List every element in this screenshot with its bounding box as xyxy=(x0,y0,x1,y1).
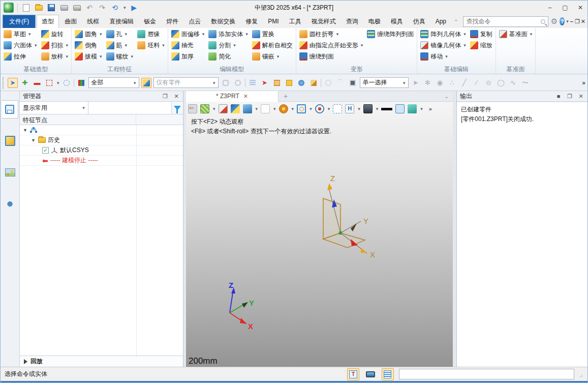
dropdown-arrow-icon[interactable]: ▾ xyxy=(463,43,466,48)
tab-simulation[interactable]: 仿真 xyxy=(409,15,430,28)
search-icon[interactable] xyxy=(541,19,545,24)
dropdown-arrow-icon[interactable]: ▾ xyxy=(420,106,423,111)
rib-button[interactable]: 筋▾ xyxy=(104,40,136,51)
close-button[interactable]: ✕ xyxy=(576,4,584,11)
dropdown-arrow-icon[interactable]: ▾ xyxy=(357,106,360,111)
document-tab[interactable]: * Z3PRT ✕ xyxy=(186,91,278,102)
dropdown-arrow-icon[interactable]: ▾ xyxy=(28,32,31,37)
model-stop-row[interactable]: ⬅ ----- 建模停止 ----- xyxy=(20,156,183,166)
tab-mold[interactable]: 模具 xyxy=(386,15,408,28)
add-to-selection-button[interactable]: ✚ xyxy=(20,78,30,88)
print-button[interactable] xyxy=(59,3,69,12)
new-file-button[interactable] xyxy=(21,3,30,12)
line-width-button[interactable] xyxy=(381,108,392,110)
display-monitor-button[interactable] xyxy=(363,104,373,113)
dropdown-arrow-icon[interactable]: ▾ xyxy=(445,54,448,59)
tab-close-icon[interactable]: ✕ xyxy=(243,93,248,100)
extrude-button[interactable]: 拉伸 xyxy=(2,51,39,62)
collapse-ribbon-icon[interactable]: ⌃ xyxy=(452,19,460,24)
checkbox-checked-icon[interactable]: ✓ xyxy=(42,147,49,154)
dropdown-arrow-icon[interactable]: ▾ xyxy=(245,32,248,37)
wrap-to-face-button[interactable]: 缠绕到面 xyxy=(297,51,365,62)
dropdown-arrow-icon[interactable]: ▾ xyxy=(99,32,102,37)
pick-settings-button[interactable]: ✻ xyxy=(423,78,433,88)
prompt-panel-toggle[interactable] xyxy=(347,368,359,380)
save-button[interactable] xyxy=(47,3,56,12)
tab-pmi[interactable]: PMI xyxy=(263,16,283,27)
dropdown-arrow-icon[interactable]: ▾ xyxy=(276,54,280,59)
dropdown-arrow-icon[interactable]: ▾ xyxy=(233,43,236,48)
dropdown-arrow-icon[interactable]: ▾ xyxy=(273,106,276,111)
lasso-select-button[interactable] xyxy=(61,78,72,88)
expand-icon[interactable]: ▼ xyxy=(23,128,28,133)
dropdown-arrow-icon[interactable]: ▾ xyxy=(66,54,69,59)
eraser-button[interactable] xyxy=(219,104,228,113)
new-tab-button[interactable]: + xyxy=(278,92,293,100)
curve-snap-button[interactable]: 〜 xyxy=(520,78,531,88)
role-manager-tab[interactable]: ☻ xyxy=(2,195,18,213)
dropdown-arrow-icon[interactable]: ▾ xyxy=(327,106,330,111)
locate-target-button[interactable] xyxy=(315,104,324,113)
frame-mode-button[interactable] xyxy=(348,78,358,88)
command-search-input[interactable] xyxy=(466,18,539,25)
circle-center-snap-button[interactable]: ⊙ xyxy=(484,78,494,88)
sweep-button[interactable]: 扫掠▾ xyxy=(39,40,71,51)
tab-point-cloud[interactable]: 点云 xyxy=(184,15,205,28)
fullscreen-toggle[interactable] xyxy=(364,368,377,380)
fillet-button[interactable]: 圆角▾ xyxy=(73,28,104,40)
dropdown-arrow-icon[interactable]: ▾ xyxy=(34,43,37,48)
quickbar-dropdown-icon[interactable]: ▾ xyxy=(123,5,126,10)
part-filter-select[interactable]: 仅有零件▾ xyxy=(153,77,219,88)
dropdown-arrow-icon[interactable]: ▾ xyxy=(202,32,205,37)
output-float-button[interactable]: ❐ xyxy=(566,93,573,100)
dropdown-arrow-icon[interactable]: ▾ xyxy=(255,106,258,111)
output-close-button[interactable]: ✕ xyxy=(577,93,584,100)
tab-list-dropdown-icon[interactable]: ⌄ xyxy=(441,94,453,99)
draft-button[interactable]: 拔模▾ xyxy=(73,51,104,62)
filter-button[interactable] xyxy=(76,78,86,88)
wrap-pattern-to-face-button[interactable]: 缠绕阵列到面 xyxy=(365,28,416,40)
point-snap-button[interactable]: ∴ xyxy=(447,78,457,88)
pattern-geometry-button[interactable]: 阵列几何体▾ xyxy=(418,28,468,40)
face-offset-button[interactable]: 面偏移▾ xyxy=(169,28,207,40)
tab-app[interactable]: App xyxy=(431,16,451,27)
dropdown-arrow-icon[interactable]: ▾ xyxy=(463,32,466,37)
toolbar-grip[interactable] xyxy=(3,77,5,89)
replace-button[interactable]: 置换 xyxy=(250,28,295,40)
dropdown-arrow-icon[interactable]: ▾ xyxy=(530,32,533,37)
minimize-button[interactable]: – xyxy=(546,4,554,11)
dropdown-arrow-icon[interactable]: ▾ xyxy=(162,43,165,48)
settings-gear-icon[interactable]: ⚙ xyxy=(549,17,559,26)
play-button[interactable]: ▶ xyxy=(130,3,139,12)
pick-cursor-button[interactable]: ➤ xyxy=(411,78,421,88)
tab-visual-style[interactable]: 视觉样式 xyxy=(307,15,341,28)
tab-tools[interactable]: 工具 xyxy=(285,15,306,28)
copy-button[interactable]: 复制 xyxy=(468,28,494,40)
tab-data-exchange[interactable]: 数据交换 xyxy=(206,15,240,28)
restore-button[interactable]: ▢ xyxy=(561,4,569,11)
add-shape-button[interactable]: 添加实体▾ xyxy=(206,28,250,40)
menu-file[interactable]: 文件(F) xyxy=(3,15,36,28)
line-snap-button[interactable]: ╱ xyxy=(459,78,470,88)
tab-inquire[interactable]: 查询 xyxy=(342,15,363,28)
datum-plane-button[interactable]: 基准面▾ xyxy=(497,28,535,40)
dropdown-arrow-icon[interactable]: ▾ xyxy=(125,43,128,48)
redo-button[interactable]: ↷ xyxy=(98,3,107,12)
help-dropdown-icon[interactable]: ▾ xyxy=(566,19,569,24)
tree-filter-input[interactable] xyxy=(88,102,171,114)
regen-button[interactable]: ⟲ xyxy=(110,3,119,12)
chamfer-button[interactable]: 倒角 xyxy=(73,40,104,51)
dropdown-arrow-icon[interactable]: ▾ xyxy=(56,80,59,85)
dropdown-arrow-icon[interactable]: ▾ xyxy=(66,43,69,48)
entity-filter-toggle[interactable] xyxy=(141,78,151,88)
panel-splitter[interactable] xyxy=(453,91,456,367)
section-wheel-button[interactable] xyxy=(279,104,288,113)
feature-node-column[interactable]: 特征节点 xyxy=(20,114,136,125)
style-pin-button[interactable] xyxy=(200,104,209,113)
resize-grip[interactable]: ⣠ xyxy=(579,371,583,377)
dropdown-arrow-icon[interactable]: ▾ xyxy=(125,32,128,37)
dropdown-arrow-icon[interactable]: ▾ xyxy=(309,106,312,111)
tree-root-row[interactable]: ▼ xyxy=(20,125,183,135)
output-pin-button[interactable]: ■ xyxy=(555,93,562,99)
simplify-button[interactable]: 简化 xyxy=(206,51,250,62)
